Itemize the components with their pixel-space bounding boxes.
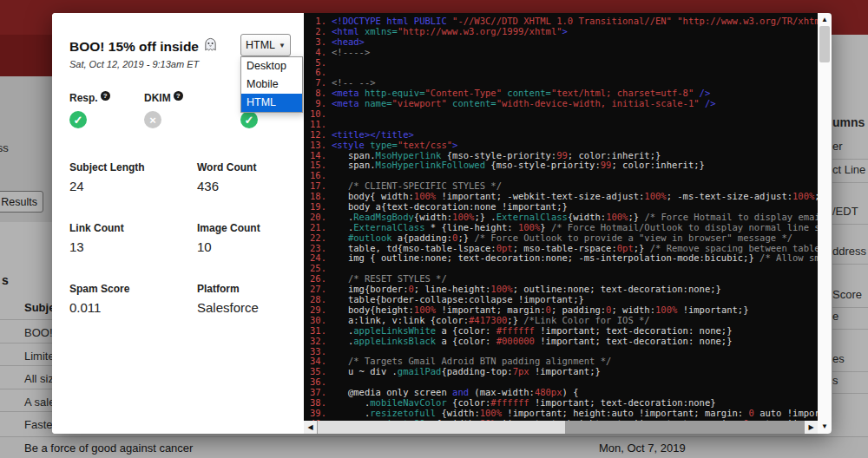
line-number: 4. xyxy=(307,48,326,58)
stat-value: Salesforce xyxy=(197,300,320,315)
code-line: 6. xyxy=(307,68,818,78)
stat-value: 10 xyxy=(197,239,320,254)
stat-value: 13 xyxy=(69,239,193,254)
stat-label: Image Count xyxy=(197,222,320,234)
code-line: 4.<!----> xyxy=(307,48,818,58)
code-line: 2.<html xmlns="http://www.w3.org/1999/xh… xyxy=(307,27,818,37)
stat-label: Platform xyxy=(197,283,320,295)
scroll-up-arrow[interactable]: ▲ xyxy=(818,14,832,26)
vertical-scrollbar[interactable]: ▲ ▼ xyxy=(818,13,832,434)
scroll-left-arrow[interactable]: ◀ xyxy=(304,421,317,434)
view-option-html[interactable]: HTML xyxy=(241,94,302,112)
code-line: 9.<meta name="viewport" content="width-d… xyxy=(307,99,818,109)
scroll-right-arrow[interactable]: ▶ xyxy=(805,421,818,434)
line-number: 2. xyxy=(307,27,326,37)
code-line: 32. .appleLinksBlack a {color: #000000 !… xyxy=(307,337,818,347)
code-line: 10. xyxy=(307,109,818,120)
view-dropdown-list: DesktopMobileHTML xyxy=(240,56,303,113)
line-number: 39. xyxy=(307,409,326,419)
stat-platform: PlatformSalesforce xyxy=(197,283,320,315)
horizontal-scroll-thumb[interactable] xyxy=(318,421,565,434)
email-summary-panel: BOO! 15% off inside HTML ▼ DesktopMobile… xyxy=(52,13,304,434)
stat-image-count: Image Count10 xyxy=(197,222,320,254)
stat-label: Word Count xyxy=(197,161,320,173)
scroll-down-arrow[interactable]: ▼ xyxy=(818,421,832,433)
stat-label: Link Count xyxy=(69,222,193,234)
line-number: 30. xyxy=(307,316,326,326)
line-number: 22. xyxy=(307,233,326,244)
stat-word-count: Word Count436 xyxy=(197,161,320,193)
html-source-viewer: 1.<!DOCTYPE html PUBLIC "-//W3C//DTD XHT… xyxy=(304,13,832,434)
view-option-desktop[interactable]: Desktop xyxy=(241,57,302,75)
stat-value: 24 xyxy=(69,179,193,193)
code-line: 5. xyxy=(307,58,818,69)
line-number: 3. xyxy=(307,37,326,48)
stat-subject-length: Subject Length24 xyxy=(69,161,193,193)
stat-link-count: Link Count13 xyxy=(69,222,193,254)
email-preview-modal: BOO! 15% off inside HTML ▼ DesktopMobile… xyxy=(52,13,832,434)
stat-value: 0.011 xyxy=(69,300,193,315)
horizontal-scrollbar[interactable]: ◀ ▶ xyxy=(304,421,818,434)
stat-spam-score: Spam Score0.011 xyxy=(69,283,193,315)
line-number: 31. xyxy=(307,326,326,337)
stat-label: Spam Score xyxy=(69,283,193,295)
line-number: 32. xyxy=(307,337,326,347)
stat-value: 436 xyxy=(197,179,320,193)
background-page: dress Results s Subject BOO!LimiteAll si… xyxy=(0,0,868,458)
vertical-scroll-thumb[interactable] xyxy=(819,26,830,62)
stat-label: Subject Length xyxy=(69,161,193,173)
code-line: 15. span.MsoHyperlinkFollowed {mso-style… xyxy=(307,160,818,171)
line-number: 12. xyxy=(307,130,326,141)
view-option-mobile[interactable]: Mobile xyxy=(241,75,302,94)
code-line: 3.<head> xyxy=(307,37,818,48)
line-number: 13. xyxy=(307,141,326,151)
code-lines: 1.<!DOCTYPE html PUBLIC "-//W3C//DTD XHT… xyxy=(307,16,818,421)
code-line: 35. u ~ div .gmailPad{padding-top:7px !i… xyxy=(307,367,818,377)
line-number: 21. xyxy=(307,223,326,233)
code-line: 24. img { outline:none; text-decoration:… xyxy=(307,253,818,264)
